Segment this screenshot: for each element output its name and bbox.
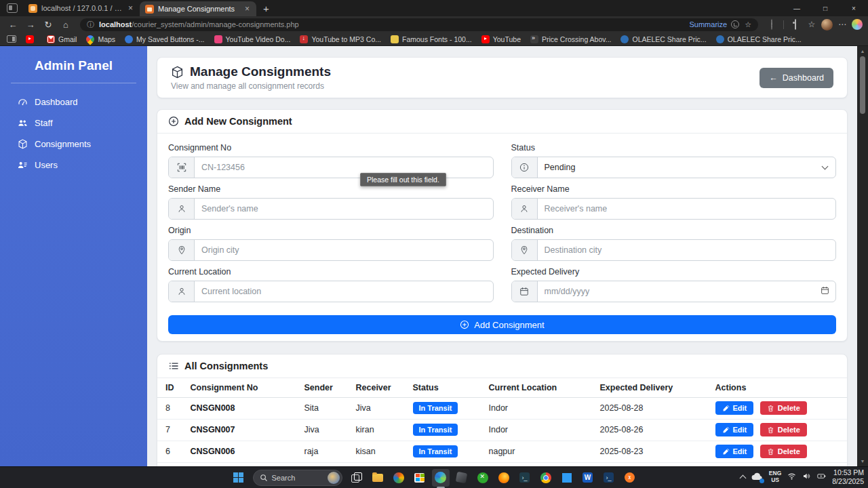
xbox-button[interactable]	[474, 469, 492, 487]
people-icon	[18, 118, 28, 128]
favorites-icon[interactable]: ☆	[805, 20, 818, 29]
url-host: localhost	[99, 20, 132, 28]
calendar-icon	[512, 281, 538, 302]
more-icon[interactable]: ⋯	[835, 20, 849, 29]
url-path: /courier_system/admin/manage-consignment…	[132, 20, 298, 28]
wallet-icon[interactable]	[789, 20, 802, 29]
bookmark-saved-buttons[interactable]: My Saved Buttons -...	[125, 35, 204, 43]
sidebar-item-consignments[interactable]: Consignments	[0, 134, 147, 155]
table-row: 7 CNSGN007 Jiva kiran In Transit Indor 2…	[157, 419, 847, 441]
powershell-button[interactable]: ›_	[600, 469, 618, 487]
refresh-icon[interactable]: ↻	[41, 20, 56, 30]
current-location-input[interactable]	[195, 281, 493, 302]
bookmark-maps[interactable]: Maps	[86, 35, 115, 43]
status-select[interactable]: Pending	[511, 157, 837, 178]
clock[interactable]: 10:53 PM 8/23/2025	[832, 468, 864, 486]
summarize-button[interactable]: Summarize	[690, 20, 728, 28]
edit-button[interactable]: Edit	[715, 445, 754, 458]
bookmark-famous-fonts[interactable]: Famous Fonts - 100...	[391, 35, 472, 43]
scroll-down-icon[interactable]: ▼	[861, 456, 865, 466]
trash-icon	[767, 426, 774, 434]
file-explorer-button[interactable]	[369, 469, 387, 487]
side-panel-icon[interactable]	[7, 35, 16, 43]
vscode-button[interactable]	[558, 469, 576, 487]
back-icon[interactable]: ←	[5, 20, 20, 30]
close-button[interactable]: ×	[840, 0, 868, 16]
taskbar-search[interactable]: Search	[253, 470, 342, 486]
calendar-picker-icon[interactable]	[821, 285, 829, 298]
wifi-icon[interactable]	[787, 471, 796, 483]
receiver-name-input[interactable]	[538, 199, 836, 219]
scroll-up-icon[interactable]: ▲	[861, 46, 865, 56]
volume-icon[interactable]	[802, 471, 811, 483]
delete-button[interactable]: Delete	[760, 423, 807, 436]
browser-essentials-icon[interactable]	[765, 20, 778, 29]
edit-button[interactable]: Edit	[715, 423, 754, 436]
tab-phpmyadmin[interactable]: localhost / 127.0.0.1 / courier_db ×	[23, 0, 140, 16]
minimize-button[interactable]: —	[783, 0, 811, 16]
chrome-button[interactable]	[537, 469, 555, 487]
edit-button[interactable]: Edit	[715, 401, 754, 415]
edge-button[interactable]	[432, 469, 450, 487]
store-button[interactable]	[411, 469, 429, 487]
copilot-icon[interactable]	[852, 19, 863, 30]
origin-input[interactable]	[195, 240, 493, 260]
bookmark-youtube-video[interactable]: YouTube Video Do...	[214, 35, 291, 43]
scrollbar[interactable]: ▲ ▼	[857, 46, 868, 466]
expected-delivery-input[interactable]	[538, 281, 821, 302]
bookmark-star-icon[interactable]: ☆	[745, 20, 751, 29]
battery-icon[interactable]	[817, 471, 826, 483]
speedometer-icon	[18, 97, 28, 107]
home-icon[interactable]: ⌂	[58, 20, 73, 30]
field-expected-delivery: Expected Delivery	[511, 267, 837, 302]
sidebar-item-dashboard[interactable]: Dashboard	[0, 92, 147, 113]
bookmark-youtube-pin[interactable]	[26, 35, 37, 43]
bookmark-youtube[interactable]: YouTube	[481, 35, 521, 43]
new-tab-button[interactable]: +	[263, 3, 269, 14]
delete-button[interactable]: Delete	[760, 401, 807, 415]
terminal-button[interactable]: ›_	[516, 469, 534, 487]
sender-name-input[interactable]	[195, 199, 493, 219]
tab-close-icon[interactable]: ×	[243, 4, 251, 14]
profile-avatar[interactable]	[821, 19, 833, 30]
delete-button[interactable]: Delete	[760, 445, 807, 458]
bookmark-price-crossing[interactable]: Price Crossing Abov...	[530, 35, 612, 43]
sidebar-item-staff[interactable]: Staff	[0, 113, 147, 134]
office-button[interactable]	[390, 469, 408, 487]
summarize-icon[interactable]	[731, 20, 739, 28]
add-consignment-button[interactable]: Add Consignment	[168, 315, 836, 334]
game-button[interactable]	[453, 469, 471, 487]
tab-actions-icon[interactable]	[7, 3, 18, 13]
page-title: Manage Consignments	[190, 64, 331, 79]
bookmark-youtube-mp3[interactable]: YouTube to MP3 Co...	[300, 35, 381, 43]
page-subtitle: View and manage all consignment records	[171, 81, 331, 91]
add-consignment-card: Add New Consignment Consignment No Statu…	[157, 109, 848, 342]
site-info-icon[interactable]: ⓘ	[87, 20, 94, 30]
bookmark-olaelec-1[interactable]: OLAELEC Share Pric...	[620, 35, 706, 43]
onedrive-icon[interactable]	[751, 471, 763, 483]
consignment-no-input[interactable]	[195, 157, 493, 178]
tab-close-icon[interactable]: ×	[127, 3, 134, 13]
tab-manage-consignments[interactable]: Manage Consignments ×	[140, 1, 256, 16]
destination-input[interactable]	[538, 240, 836, 260]
page-header-card: Manage Consignments View and manage all …	[157, 57, 848, 98]
tray-chevron-up-icon[interactable]	[739, 475, 746, 482]
dashboard-button[interactable]: ← Dashboard	[760, 68, 833, 88]
start-button[interactable]	[230, 469, 248, 487]
scrollbar-thumb[interactable]	[860, 56, 865, 114]
xampp-button[interactable]: ᵡ	[621, 469, 639, 487]
bookmark-gmail[interactable]: Gmail	[47, 35, 77, 43]
task-view-button[interactable]	[348, 469, 366, 487]
sidebar-item-users[interactable]: Users	[0, 155, 147, 176]
maximize-button[interactable]: □	[811, 0, 840, 16]
taskbar: Search ›_ W ›_ ᵡ ENGUS 10:53 PM 8/23/202…	[0, 466, 868, 488]
address-bar[interactable]: ⓘ localhost/courier_system/admin/manage-…	[80, 18, 758, 31]
word-button[interactable]: W	[579, 469, 597, 487]
bookmark-olaelec-2[interactable]: OLAELEC Share Pric...	[716, 35, 802, 43]
sidebar-divider	[11, 83, 136, 83]
field-receiver-name: Receiver Name	[511, 184, 837, 220]
field-status: Status Pending	[511, 143, 837, 178]
forward-icon[interactable]: →	[23, 20, 38, 30]
language-indicator[interactable]: ENGUS	[769, 470, 781, 484]
firefox-button[interactable]	[495, 469, 513, 487]
